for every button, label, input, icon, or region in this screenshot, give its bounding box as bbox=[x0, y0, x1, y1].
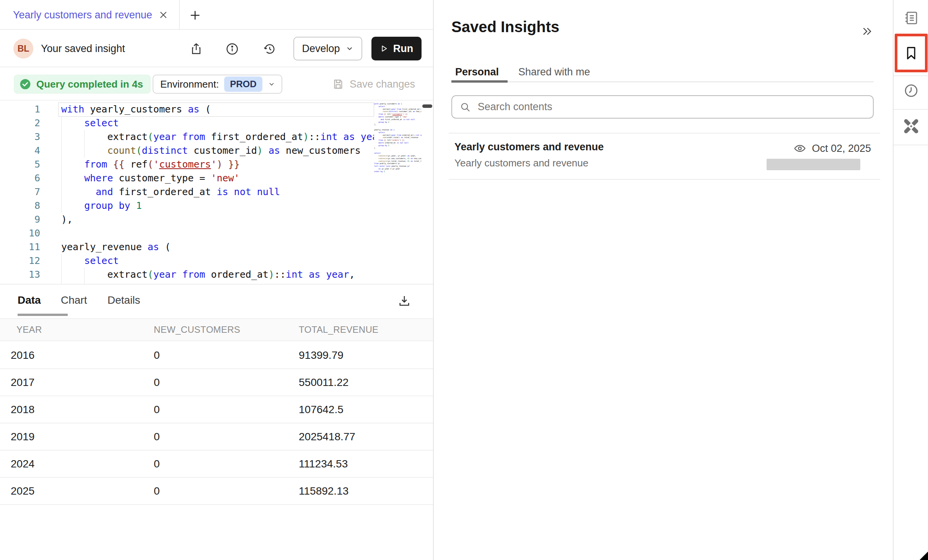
develop-button[interactable]: Develop bbox=[293, 37, 362, 60]
table-cell: 2019 bbox=[0, 431, 154, 443]
minimap-line bbox=[374, 126, 422, 129]
tab-details[interactable]: Details bbox=[107, 285, 140, 316]
code-lines[interactable]: with yearly_customers as ( select extrac… bbox=[0, 103, 374, 282]
run-button[interactable]: Run bbox=[371, 37, 422, 60]
save-changes-label: Save changes bbox=[350, 78, 415, 90]
table-cell: 0 bbox=[154, 458, 299, 470]
eye-icon bbox=[793, 142, 806, 155]
indent-guide bbox=[61, 254, 62, 284]
dbt-icon[interactable] bbox=[894, 116, 928, 137]
table-cell: 0 bbox=[154, 431, 299, 443]
indent-guide bbox=[61, 116, 62, 213]
environment-select[interactable]: Environment: PROD bbox=[153, 75, 282, 94]
code-line[interactable]: from {{ ref('customers') }} bbox=[0, 158, 374, 171]
query-status-label: Query completed in 4s bbox=[36, 78, 143, 90]
pane-divider[interactable] bbox=[433, 0, 434, 560]
code-line[interactable]: ), bbox=[0, 213, 374, 226]
code-line[interactable]: where customer_type = 'new' bbox=[0, 171, 374, 185]
save-changes-button[interactable]: Save changes bbox=[332, 75, 415, 94]
editor-minimap[interactable]: with yearly_customers as ( select extrac… bbox=[374, 103, 422, 278]
minimap-line: extract(year from first_ordered_at)::int… bbox=[374, 108, 422, 111]
app-root: Yearly customers and revenue BL Your sav… bbox=[0, 0, 928, 560]
search-contents-box[interactable] bbox=[451, 95, 874, 119]
code-line[interactable]: and first_ordered_at is not null bbox=[0, 185, 374, 199]
download-icon[interactable] bbox=[397, 293, 412, 308]
indent-guide bbox=[84, 130, 85, 158]
check-circle-icon bbox=[19, 78, 31, 90]
results-body: 2016091399.7920170550011.2220180107642.5… bbox=[0, 342, 433, 505]
table-row: 20180107642.5 bbox=[0, 396, 433, 423]
column-header: TOTAL_REVENUE bbox=[299, 324, 433, 335]
info-icon[interactable] bbox=[225, 42, 239, 56]
results-panel: Data Chart Details YEARNEW_CUSTOMERSTOTA… bbox=[0, 284, 433, 560]
minimap-line: select bbox=[374, 131, 422, 134]
table-cell: 91399.79 bbox=[299, 349, 433, 361]
sidebar-divider bbox=[894, 109, 928, 110]
tab-chart[interactable]: Chart bbox=[61, 285, 87, 316]
results-header-row: YEARNEW_CUSTOMERSTOTAL_REVENUE bbox=[0, 318, 433, 341]
history-icon[interactable] bbox=[263, 42, 277, 56]
sidebar-divider bbox=[894, 75, 928, 76]
resize-corner[interactable] bbox=[920, 552, 928, 560]
minimap-line: from {{ ref('orders') }} bbox=[374, 139, 422, 142]
table-cell: 0 bbox=[154, 349, 299, 361]
code-line[interactable]: select bbox=[0, 116, 374, 130]
scrollbar-thumb[interactable] bbox=[422, 104, 432, 108]
active-tab-underline bbox=[451, 80, 508, 83]
table-cell: 107642.5 bbox=[299, 404, 433, 416]
save-icon bbox=[332, 78, 344, 90]
sql-editor[interactable]: 12345678910111213 with yearly_customers … bbox=[0, 101, 433, 284]
minimap-line: coalesce(yc.new_customers, 0) as new_cus… bbox=[374, 157, 422, 160]
notebook-icon[interactable] bbox=[894, 8, 928, 28]
code-line[interactable]: extract(year from first_ordered_at)::int… bbox=[0, 130, 374, 144]
table-cell: 0 bbox=[154, 485, 299, 497]
saved-insights-sidebar-active[interactable] bbox=[895, 34, 928, 72]
table-cell: 2025418.77 bbox=[299, 431, 433, 443]
table-row: 2016091399.79 bbox=[0, 342, 433, 369]
tab-label: Yearly customers and revenue bbox=[13, 9, 158, 21]
code-line[interactable]: group by 1 bbox=[0, 199, 374, 213]
new-tab-icon[interactable] bbox=[187, 8, 203, 23]
minimap-line: from yearly_customers yc bbox=[374, 162, 422, 165]
skeleton-placeholder bbox=[767, 159, 860, 170]
search-input[interactable] bbox=[478, 101, 865, 113]
minimap-line: yearly_revenue as ( bbox=[374, 129, 422, 131]
table-cell: 0 bbox=[154, 376, 299, 389]
column-header: NEW_CUSTOMERS bbox=[154, 324, 299, 335]
minimap-line: order by 1 bbox=[374, 170, 422, 173]
table-cell: 111234.53 bbox=[299, 458, 433, 470]
insight-title: Your saved insight bbox=[41, 30, 125, 67]
tab-close-icon[interactable] bbox=[158, 9, 169, 21]
minimap-line: group by 1 bbox=[374, 121, 422, 124]
run-label: Run bbox=[393, 43, 413, 55]
develop-label: Develop bbox=[302, 43, 340, 55]
environment-value: PROD bbox=[224, 77, 262, 92]
share-icon[interactable] bbox=[189, 42, 203, 56]
code-line[interactable]: select bbox=[0, 254, 374, 268]
minimap-line: ) bbox=[374, 147, 422, 150]
avatar[interactable]: BL bbox=[13, 39, 33, 59]
code-line[interactable]: yearly_revenue as ( bbox=[0, 240, 374, 254]
clock-icon[interactable] bbox=[894, 80, 928, 101]
minimap-line: where ordered_at is not null bbox=[374, 142, 422, 144]
code-line[interactable]: with yearly_customers as ( bbox=[0, 103, 374, 116]
minimap-line: sum(order_total) as total_revenue bbox=[374, 136, 422, 139]
minimap-line: where customer_type = 'new' bbox=[374, 116, 422, 118]
tab-shared-with-me[interactable]: Shared with me bbox=[518, 63, 590, 81]
code-line[interactable]: count(distinct customer_id) as new_custo… bbox=[0, 144, 374, 158]
code-line[interactable] bbox=[0, 226, 374, 240]
tab-data[interactable]: Data bbox=[18, 285, 41, 316]
insight-list-item[interactable]: Yearly customers and revenueYearly custo… bbox=[449, 133, 880, 179]
collapse-panel-icon[interactable] bbox=[859, 24, 874, 39]
insight-item-meta: Oct 02, 2025 bbox=[793, 142, 871, 155]
tab-personal[interactable]: Personal bbox=[455, 63, 499, 81]
tab-yearly-customers[interactable]: Yearly customers and revenue bbox=[0, 0, 180, 30]
insight-item-title: Yearly customers and revenue bbox=[454, 141, 604, 153]
minimap-line: count(distinct customer_id) as new_custo… bbox=[374, 110, 422, 113]
table-row: 20250115892.13 bbox=[0, 478, 433, 505]
table-row: 201902025418.77 bbox=[0, 423, 433, 451]
code-line[interactable]: extract(year from ordered_at)::int as ye… bbox=[0, 268, 374, 282]
minimap-line: on yc.year = yr.year bbox=[374, 168, 422, 170]
minimap-line: ), bbox=[374, 123, 422, 126]
minimap-line: coalesce(yr.total_revenue, 0) as total_r… bbox=[374, 160, 422, 163]
